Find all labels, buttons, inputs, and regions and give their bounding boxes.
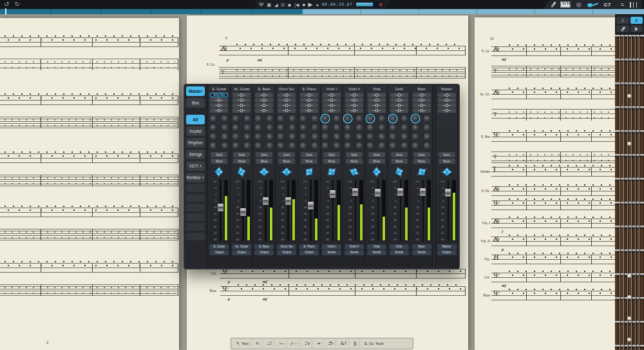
knob-c[interactable]: c <box>389 133 397 141</box>
insert-slot[interactable] <box>323 103 341 108</box>
pan-control[interactable] <box>302 165 316 179</box>
knob-g[interactable]: g <box>221 133 229 141</box>
fader-handle[interactable] <box>330 190 336 198</box>
palette-item[interactable]: ♯♭ <box>254 340 263 347</box>
knob-d[interactable]: d <box>389 142 397 150</box>
mixer-group-rhythm[interactable]: Rhythm <box>186 138 205 148</box>
knob-a[interactable]: a <box>321 115 329 122</box>
knob-g[interactable]: g <box>311 133 319 141</box>
solo-button[interactable]: Solo <box>368 152 385 157</box>
insert-slot[interactable] <box>323 93 341 97</box>
solo-button[interactable]: Solo <box>391 152 408 157</box>
palette-item[interactable]: ›⌣ <box>277 340 286 347</box>
knob-b[interactable]: b <box>321 124 329 131</box>
knob-a[interactable]: a <box>254 115 262 122</box>
insert-slot[interactable] <box>390 98 408 102</box>
insert-slot[interactable] <box>345 103 363 108</box>
knob-d[interactable]: d <box>232 142 240 150</box>
pan-control[interactable] <box>279 165 294 179</box>
knob-h[interactable]: h <box>289 142 296 150</box>
insert-slot[interactable] <box>300 93 318 97</box>
play-button[interactable]: ▶ <box>308 3 313 7</box>
knob-f[interactable]: f <box>378 124 386 131</box>
knob-f[interactable]: f <box>355 124 363 131</box>
insert-slot[interactable] <box>390 103 408 108</box>
palette-item-e-gt-tech[interactable]: E. Gt. Tech <box>363 340 386 347</box>
mute-button[interactable]: Mute <box>278 159 295 164</box>
mixer-tab-master[interactable]: Master <box>186 86 205 96</box>
pan-control[interactable] <box>392 165 406 179</box>
knob-h[interactable]: h <box>266 142 274 150</box>
knob-e[interactable]: e <box>243 115 251 122</box>
insert-slot[interactable] <box>232 93 251 97</box>
guitar-string[interactable] <box>631 35 632 350</box>
route-channel-label[interactable]: Ac. Guitar <box>232 244 251 249</box>
fader-handle[interactable] <box>420 188 426 196</box>
knob-g[interactable]: g <box>243 133 251 141</box>
insert-slot[interactable] <box>300 98 318 102</box>
pan-control[interactable] <box>325 165 339 179</box>
pen-tool-icon[interactable] <box>551 1 556 7</box>
insert-slot[interactable] <box>438 93 456 97</box>
record-button[interactable]: ● <box>316 3 319 7</box>
knob-b[interactable]: b <box>232 124 240 131</box>
insert-slot[interactable] <box>413 103 431 108</box>
knob-b[interactable]: b <box>389 124 397 131</box>
knob-e[interactable]: e <box>355 115 363 122</box>
mute-button[interactable]: Mute <box>439 159 455 164</box>
knob-c[interactable]: c <box>344 133 352 141</box>
insert-slot-named[interactable]: Amp Sim <box>210 93 228 97</box>
knob-a[interactable]: a <box>277 115 285 122</box>
knob-e[interactable]: e <box>378 115 386 122</box>
knob-b[interactable]: b <box>277 124 285 131</box>
fader-track[interactable] <box>240 180 246 241</box>
insert-slot[interactable] <box>278 98 296 102</box>
fret-number-mode-button[interactable]: ‖ <box>630 17 643 24</box>
pan-control[interactable] <box>257 165 271 179</box>
knob-f[interactable]: f <box>333 124 341 131</box>
insert-slot[interactable] <box>390 108 408 113</box>
knob-d[interactable]: d <box>254 142 262 150</box>
mute-button[interactable]: Mute <box>368 159 385 164</box>
route-target-label[interactable]: Sends <box>322 250 341 255</box>
fader-handle[interactable] <box>445 189 451 197</box>
route-target-label[interactable]: Sends <box>367 250 386 255</box>
insert-slot[interactable] <box>278 93 296 97</box>
mixer-group-all[interactable]: All <box>186 115 205 124</box>
fretboard-neck[interactable] <box>615 35 644 350</box>
fader-handle[interactable] <box>285 197 291 205</box>
insert-slot[interactable] <box>345 108 363 113</box>
fader-handle[interactable] <box>263 197 269 205</box>
knob-a[interactable]: a <box>389 115 397 122</box>
score-page-right[interactable]: 14 E. Gt.&TAc. Gt.&TE. Bss9:TDrums‖E. Pn… <box>475 17 617 350</box>
insert-slot[interactable] <box>413 98 431 102</box>
palette-item[interactable]: f — <box>289 340 300 347</box>
insert-slot[interactable] <box>368 103 386 108</box>
knob-f[interactable]: f <box>221 124 229 131</box>
knob-g[interactable]: g <box>401 133 408 141</box>
route-channel-label[interactable]: Violin I <box>322 244 341 249</box>
knob-f[interactable]: f <box>423 124 431 131</box>
route-channel-label[interactable]: E. Guitar <box>209 244 229 249</box>
knob-g[interactable]: g <box>289 133 296 141</box>
route-channel-label[interactable]: Cello <box>390 244 409 249</box>
stop-button[interactable]: ■ <box>302 3 305 7</box>
solo-button[interactable]: Solo <box>278 152 295 157</box>
knob-d[interactable]: d <box>299 142 307 150</box>
knob-e[interactable]: e <box>311 115 319 122</box>
knob-b[interactable]: b <box>209 124 217 131</box>
fader-track[interactable] <box>330 180 336 241</box>
route-target-label[interactable]: Sends <box>390 250 409 255</box>
fader-track[interactable] <box>352 180 359 241</box>
fader-track[interactable] <box>420 180 426 241</box>
insert-slot[interactable] <box>345 93 363 97</box>
virtual-fretboard-icon[interactable] <box>587 2 598 7</box>
knob-e[interactable]: e <box>423 115 431 122</box>
mute-button[interactable]: Mute <box>391 159 408 164</box>
mixer-tab-bus[interactable]: Bus <box>186 98 205 108</box>
route-target-label[interactable]: Sends <box>345 250 364 255</box>
knob-d[interactable]: d <box>321 142 329 150</box>
mute-button[interactable]: Mute <box>413 159 430 164</box>
timeline-bar[interactable] <box>0 9 644 14</box>
route-channel-label[interactable]: E. Bass <box>254 244 274 249</box>
